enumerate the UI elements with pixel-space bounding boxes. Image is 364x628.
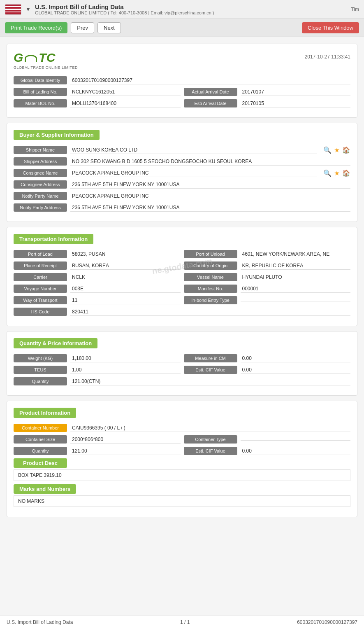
esti-cif-value: 0.00 [241,366,351,374]
carrier-vessel-row: Carrier NCLK Vessel Name HYUNDAI PLUTO [14,273,350,281]
product-qty-col: Quantity 121.00 [14,447,181,455]
notify-party-address-row: Notify Party Address 236 5TH AVE 5TH FLN… [14,203,350,212]
vessel-col: Vessel Name HYUNDAI PLUTO [184,273,351,281]
container-size-col: Container Size 2000*806*800 [14,435,181,444]
footer-left: U.S. Import Bill of Lading Data [7,619,73,625]
esti-arrival-col: Esti Arrival Date 20170105 [184,99,351,107]
shipper-name-row: Shipper Name WOO SUNG KOREA CO LTD 🔍 ★ 🏠 [14,146,350,154]
country-origin-value: KR, REPUBLIC OF KOREA [241,262,351,270]
dropdown-arrow[interactable]: ▼ [26,6,31,12]
global-data-identity-label: Global Data Identity [14,76,67,84]
esti-arrival-value: 20170105 [241,100,351,107]
place-receipt-label: Place of Receipt [14,261,67,270]
transportation-card: Transportation Information Port of Load … [7,227,357,326]
product-desc-value: BOX TAPE 3919.10 [14,469,350,481]
way-transport-value: 11 [70,296,181,304]
quantity-value: 121.00(CTN) [70,378,350,385]
measure-col: Measure in CM 0.00 [184,354,351,362]
notify-party-address-label: Notify Party Address [14,203,67,212]
top-time: Tim [351,7,359,12]
shipper-search-icon[interactable]: 🔍 [323,146,332,154]
actual-arrival-col: Actual Arrival Date 20170107 [184,88,351,96]
manifest-value: 000001 [241,285,351,293]
weight-label: Weight (KG) [14,354,67,362]
hscode-row: HS Code 820411 [14,308,350,316]
consignee-name-label: Consignee Name [14,169,67,177]
shipper-name-value: WOO SUNG KOREA CO LTD [70,146,317,154]
product-qty-value: 121.00 [70,447,181,455]
manifest-label: Manifest No. [184,285,237,293]
bol-col: Bill of Lading No. NCLKNYC1612051 [14,88,181,96]
carrier-col: Carrier NCLK [14,273,181,281]
shipper-address-value: NO 302 SEO KWANG B D 1605 5 SEOCHO DONGS… [70,158,350,166]
top-bar: ▼ U.S. Import Bill of Lading Data GLOBAL… [0,0,364,19]
logo-area: G TC GLOBAL TRADE ONLINE LIMITED [14,51,78,70]
doc-header: G TC GLOBAL TRADE ONLINE LIMITED 2017-10… [14,51,350,70]
teus-col: TEUS 1.00 [14,366,181,374]
consignee-address-row: Consignee Address 236 5TH AVE 5TH FLNEW … [14,180,350,189]
bol-arrival-row: Bill of Lading No. NCLKNYC1612051 Actual… [14,88,350,96]
print-button[interactable]: Print Trade Record(s) [5,22,67,33]
container-size-label: Container Size [14,435,67,444]
port-load-label: Port of Load [14,250,67,258]
logo-g: G [14,51,23,65]
voyage-label: Voyage Number [14,285,67,293]
consignee-home-icon[interactable]: 🏠 [342,169,350,177]
consignee-address-label: Consignee Address [14,180,67,189]
consignee-star-icon[interactable]: ★ [334,169,340,177]
product-qty-label: Quantity [14,447,67,455]
voyage-manifest-row: Voyage Number 003E Manifest No. 000001 [14,285,350,293]
product-info-title: Product Information [14,408,76,418]
marks-numbers-value: NO MARKS [14,495,350,507]
shipper-name-label: Shipper Name [14,146,67,154]
weight-col: Weight (KG) 1,180.00 [14,354,181,362]
buyer-supplier-title: Buyer & Supplier Information [14,130,100,140]
port-unload-col: Port of Unload 4601, NEW YORK/NEWARK ARE… [184,250,351,258]
shipper-home-icon[interactable]: 🏠 [342,146,350,154]
app-title: U.S. Import Bill of Lading Data [35,3,214,10]
shipper-star-icon[interactable]: ★ [334,146,340,154]
marks-numbers-label: Marks and Numbers [14,484,76,494]
close-window-button[interactable]: Close This Window [302,22,359,33]
product-desc-label-row: Product Desc [14,458,350,468]
global-data-identity-row: Global Data Identity 6003201701090000127… [14,76,350,84]
shipper-icons: 🔍 ★ 🏠 [323,146,350,154]
consignee-name-row: Consignee Name PEACOCK APPAREL GROUP INC… [14,169,350,177]
weight-measure-row: Weight (KG) 1,180.00 Measure in CM 0.00 [14,354,350,362]
prev-button[interactable]: Prev [71,22,94,33]
logo-subtext: GLOBAL TRADE ONLINE LIMITED [14,65,78,70]
product-cif-label: Esti. CIF Value [184,447,237,455]
doc-timestamp: 2017-10-27 11:33:41 [305,54,350,60]
footer-bar: U.S. Import Bill of Lading Data 1 / 1 60… [0,616,364,628]
quantity-price-card: Quantity & Price Information Weight (KG)… [7,331,357,396]
masterbol-esti-row: Mater BOL No. MOLU13704168400 Esti Arriv… [14,99,350,107]
shipper-address-label: Shipper Address [14,157,67,166]
consignee-search-icon[interactable]: 🔍 [323,169,332,177]
transportation-title: Transportation Information [14,234,93,244]
teus-value: 1.00 [70,366,181,374]
bol-label: Bill of Lading No. [14,88,67,96]
carrier-label: Carrier [14,273,67,281]
port-row: Port of Load 58023, PUSAN Port of Unload… [14,250,350,258]
quantity-price-title: Quantity & Price Information [14,338,97,348]
app-subtitle: GLOBAL TRADE ONLINE LIMITED ( Tel: 400-7… [35,10,214,15]
hscode-label: HS Code [14,308,67,316]
actual-arrival-value: 20170107 [241,88,351,96]
buyer-supplier-card: Buyer & Supplier Information Shipper Nam… [7,123,357,222]
port-load-col: Port of Load 58023, PUSAN [14,250,181,258]
esti-cif-label: Esti. CIF Value [184,366,237,374]
next-button[interactable]: Next [97,22,121,33]
product-desc-label: Product Desc [14,458,67,468]
teus-cif-row: TEUS 1.00 Esti. CIF Value 0.00 [14,366,350,374]
esti-arrival-label: Esti Arrival Date [184,99,237,107]
inbond-col: In-bond Entry Type [184,296,351,304]
masterbol-value: MOLU13704168400 [70,100,181,107]
notify-party-name-row: Notify Party Name PEACOCK APPAREL GROUP … [14,192,350,200]
carrier-value: NCLK [70,273,181,281]
product-qty-cif-row: Quantity 121.00 Esti. CIF Value 0.00 [14,447,350,455]
country-origin-label: Country of Origin [184,261,237,270]
container-size-type-row: Container Size 2000*806*800 Container Ty… [14,435,350,444]
inbond-label: In-bond Entry Type [184,296,237,304]
receipt-origin-row: Place of Receipt BUSAN, KOREA Country of… [14,261,350,270]
masterbol-col: Mater BOL No. MOLU13704168400 [14,99,181,107]
